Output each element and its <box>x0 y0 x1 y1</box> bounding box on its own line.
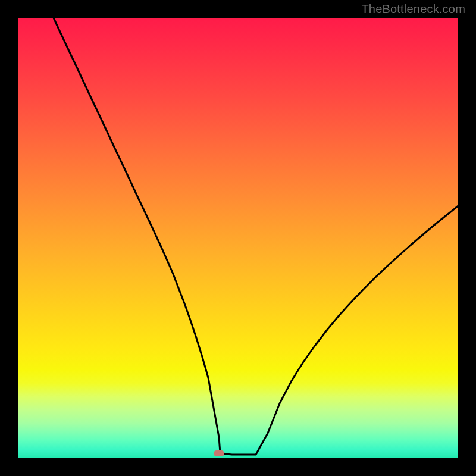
chart-frame: TheBottleneck.com <box>0 0 476 476</box>
curve-svg <box>18 18 458 458</box>
marker-point <box>214 450 224 456</box>
bottleneck-curve <box>54 18 458 455</box>
watermark-text: TheBottleneck.com <box>361 2 465 16</box>
plot-area <box>18 18 458 458</box>
